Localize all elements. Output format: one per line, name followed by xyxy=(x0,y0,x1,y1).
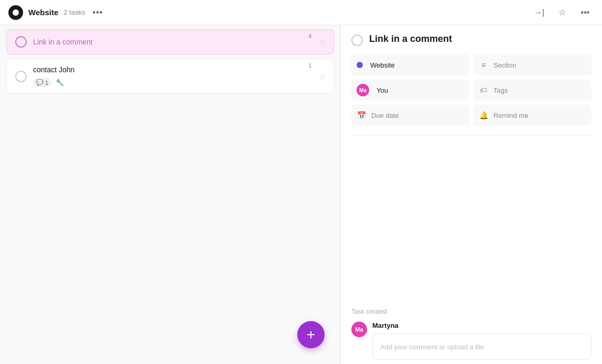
task-star-2[interactable]: ☆ xyxy=(319,71,326,81)
detail-more-button[interactable]: ••• xyxy=(577,4,594,21)
task-created-label: Task created xyxy=(351,308,592,315)
assignee-field[interactable]: Ma You xyxy=(351,80,469,101)
header-more-button[interactable]: ••• xyxy=(90,5,105,20)
header-left: Website 2 tasks ••• xyxy=(8,5,525,20)
tags-field[interactable]: 🏷 Tags xyxy=(474,80,592,101)
star-button[interactable]: ☆ xyxy=(554,4,571,21)
comment-count: 1 xyxy=(45,80,48,86)
comment-placeholder: Add your comment or upload a file xyxy=(380,343,484,351)
wrench-icon: 🔧 xyxy=(56,79,64,86)
section-icon: ≡ xyxy=(479,61,488,69)
header-right: →| ☆ ••• xyxy=(531,4,594,21)
task-title-2: contact John xyxy=(33,65,325,74)
project-icon xyxy=(8,5,23,20)
task-list-panel: Link in a comment 4 ☆ contact John 💬 1 🔧… xyxy=(0,25,341,364)
detail-spacer xyxy=(341,141,602,304)
task-count: 2 tasks xyxy=(63,8,85,16)
due-date-field[interactable]: 📅 Due date xyxy=(351,105,469,126)
detail-divider xyxy=(351,135,592,136)
remind-me-field[interactable]: 🔔 Remind me xyxy=(474,105,592,126)
task-checkbox-2[interactable] xyxy=(15,71,27,82)
task-item[interactable]: contact John 💬 1 🔧 1 ☆ xyxy=(6,59,334,94)
commenter-name: Martyna xyxy=(372,322,592,329)
comment-badge: 💬 1 xyxy=(33,78,51,87)
calendar-icon: 📅 xyxy=(357,111,366,119)
add-icon: + xyxy=(307,326,315,343)
bell-icon: 🔔 xyxy=(479,111,488,119)
app-header: Website 2 tasks ••• →| ☆ ••• xyxy=(0,0,602,25)
remind-me-label: Remind me xyxy=(493,112,586,119)
task-checkbox-1[interactable] xyxy=(15,36,27,48)
detail-task-title: Link in a comment xyxy=(369,34,592,45)
task-badge-2: 1 xyxy=(308,62,311,69)
task-star-1[interactable]: ☆ xyxy=(319,37,326,47)
comment-user-info: Ma xyxy=(351,322,367,337)
add-task-button[interactable]: + xyxy=(297,321,325,348)
project-field[interactable]: Website xyxy=(351,54,469,75)
detail-fields: Website ≡ Section Ma You 🏷 Tags 📅 Due da… xyxy=(341,50,602,130)
project-value: Website xyxy=(370,61,395,69)
task-item[interactable]: Link in a comment 4 ☆ xyxy=(6,29,334,54)
tags-icon: 🏷 xyxy=(479,86,488,94)
task-title-1: Link in a comment xyxy=(33,38,325,46)
commenter-avatar: Ma xyxy=(351,322,367,337)
due-date-label: Due date xyxy=(371,112,464,119)
tags-label: Tags xyxy=(493,86,586,94)
assignee-avatar: Ma xyxy=(357,84,369,96)
section-field[interactable]: ≡ Section xyxy=(474,54,592,75)
comment-input[interactable]: Add your comment or upload a file xyxy=(372,334,592,360)
task-detail-panel: Link in a comment Website ≡ Section Ma Y… xyxy=(341,25,602,364)
project-icon-inner xyxy=(13,9,19,16)
detail-task-checkbox[interactable] xyxy=(351,35,363,46)
assignee-value: You xyxy=(377,86,388,94)
task-badge-1: 4 xyxy=(308,33,311,39)
project-title: Website xyxy=(28,8,58,17)
detail-title-row: Link in a comment xyxy=(341,25,602,50)
comment-input-row: Ma Martyna Add your comment or upload a … xyxy=(351,322,592,360)
comment-icon: 💬 xyxy=(36,79,44,86)
comment-section: Task created Ma Martyna Add your comment… xyxy=(341,304,602,364)
section-label: Section xyxy=(493,61,586,69)
task-meta: 💬 1 🔧 xyxy=(33,78,325,87)
nav-arrow-icon[interactable]: →| xyxy=(531,4,547,21)
main-content: Link in a comment 4 ☆ contact John 💬 1 🔧… xyxy=(0,25,602,364)
project-dot-icon xyxy=(357,62,363,68)
